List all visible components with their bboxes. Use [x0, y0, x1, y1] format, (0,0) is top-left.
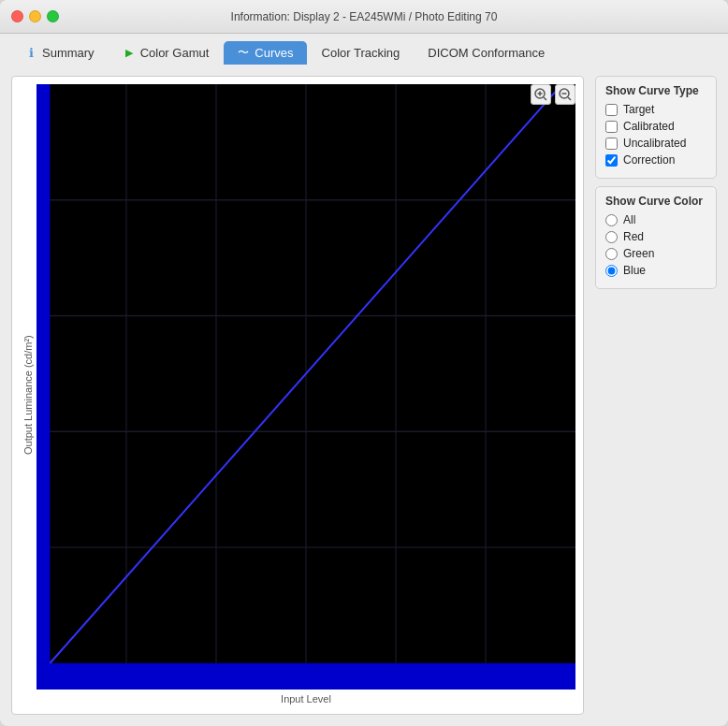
svg-line-3: [544, 97, 546, 100]
chart-svg: [36, 84, 575, 690]
checkbox-uncalibrated: Uncalibrated: [605, 137, 706, 150]
radio-all: All: [605, 213, 706, 226]
checkbox-target: Target: [605, 103, 706, 116]
tab-summary[interactable]: ℹ Summary: [11, 41, 108, 65]
uncalibrated-checkbox[interactable]: [605, 138, 618, 150]
chart-container: Output Luminance (cd/m²): [11, 76, 584, 715]
x-axis-label: Input Level: [36, 690, 575, 706]
tabs-bar: ℹ Summary ▶ Color Gamut 〜 Curves Color T…: [0, 34, 728, 65]
all-label: All: [623, 213, 635, 226]
correction-checkbox[interactable]: [605, 154, 618, 167]
zoom-in-button[interactable]: [531, 84, 551, 105]
close-button[interactable]: [11, 10, 23, 22]
target-checkbox[interactable]: [605, 104, 618, 116]
zoom-out-button[interactable]: [555, 84, 575, 105]
calibrated-checkbox[interactable]: [605, 121, 618, 133]
correction-label: Correction: [623, 153, 675, 167]
show-curve-type-section: Show Curve Type Target Calibrated Uncali…: [595, 76, 717, 179]
show-curve-color-section: Show Curve Color All Red Green Blue: [595, 186, 717, 289]
curve-type-title: Show Curve Type: [605, 84, 706, 97]
window-title: Information: Display 2 - EA245WMi / Phot…: [231, 10, 498, 23]
zoom-controls: [531, 84, 575, 105]
info-icon: ℹ: [24, 47, 37, 60]
zoom-in-icon: [533, 87, 548, 102]
zoom-out-icon: [558, 87, 573, 102]
content-area: Output Luminance (cd/m²): [0, 65, 728, 726]
y-axis-label: Output Luminance (cd/m²): [20, 84, 36, 706]
green-radio[interactable]: [605, 248, 618, 260]
blue-label: Blue: [623, 264, 646, 277]
title-bar: Information: Display 2 - EA245WMi / Phot…: [0, 0, 728, 34]
svg-rect-17: [36, 84, 50, 663]
green-label: Green: [623, 247, 654, 260]
tab-color-tracking[interactable]: Color Tracking: [309, 41, 414, 65]
radio-green: Green: [605, 247, 706, 260]
checkbox-calibrated: Calibrated: [605, 120, 706, 133]
svg-rect-18: [36, 663, 575, 690]
right-panel: Show Curve Type Target Calibrated Uncali…: [595, 76, 717, 715]
chart-wrap: Output Luminance (cd/m²): [20, 84, 575, 706]
checkbox-correction: Correction: [605, 153, 706, 167]
tab-dicom-conformance[interactable]: DICOM Conformance: [415, 41, 558, 65]
calibrated-label: Calibrated: [623, 120, 675, 133]
maximize-button[interactable]: [47, 10, 59, 22]
curve-color-title: Show Curve Color: [605, 195, 706, 208]
red-radio[interactable]: [605, 231, 618, 243]
traffic-lights: [11, 10, 59, 22]
minimize-button[interactable]: [29, 10, 41, 22]
window: Information: Display 2 - EA245WMi / Phot…: [0, 0, 728, 726]
chart-plot: [36, 84, 575, 690]
radio-blue: Blue: [605, 264, 706, 277]
radio-red: Red: [605, 230, 706, 243]
uncalibrated-label: Uncalibrated: [623, 137, 686, 150]
tab-curves[interactable]: 〜 Curves: [224, 41, 306, 65]
blue-radio[interactable]: [605, 265, 618, 277]
target-label: Target: [623, 103, 654, 116]
play-icon: ▶: [123, 47, 136, 60]
all-radio[interactable]: [605, 214, 618, 226]
chart-and-x: Input Level: [36, 84, 575, 706]
curves-icon: 〜: [237, 47, 250, 60]
tab-color-gamut[interactable]: ▶ Color Gamut: [109, 41, 223, 65]
svg-line-6: [568, 97, 571, 100]
red-label: Red: [623, 230, 644, 243]
